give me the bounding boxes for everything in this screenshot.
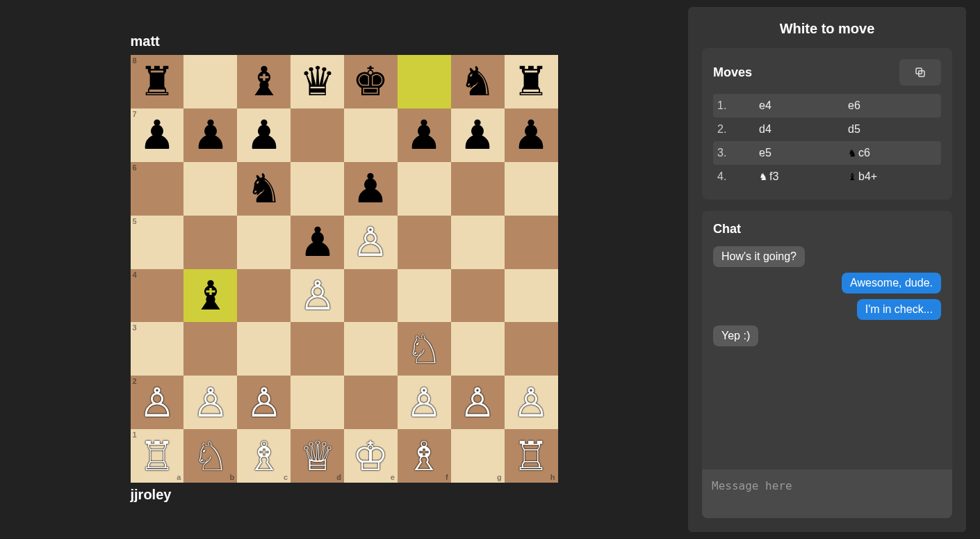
piece-bn: ♞ [246, 168, 282, 209]
square-f3[interactable]: ♘ [398, 322, 451, 376]
square-g5[interactable] [451, 216, 505, 269]
square-g2[interactable]: ♙ [451, 376, 505, 429]
square-f8[interactable] [398, 55, 451, 108]
square-c5[interactable] [237, 216, 291, 269]
square-e5[interactable]: ♙ [344, 216, 398, 269]
square-e2[interactable] [344, 376, 398, 429]
square-c3[interactable] [237, 322, 291, 376]
square-d2[interactable] [291, 376, 344, 429]
square-f4[interactable] [398, 269, 451, 323]
piece-bp: ♟ [406, 115, 442, 155]
square-c7[interactable]: ♟ [237, 108, 291, 162]
piece-icon: ♞ [848, 147, 857, 159]
square-a8[interactable]: 8♜ [131, 55, 184, 108]
square-d5[interactable]: ♟ [291, 216, 344, 269]
square-h8[interactable]: ♜ [505, 55, 558, 108]
square-f2[interactable]: ♙ [398, 376, 451, 429]
piece-bb: ♝ [193, 275, 229, 316]
square-d6[interactable] [291, 162, 344, 216]
square-c8[interactable]: ♝ [237, 55, 291, 108]
square-a6[interactable]: 6 [131, 162, 184, 216]
square-b7[interactable]: ♟ [183, 108, 237, 162]
square-h6[interactable] [505, 162, 558, 216]
square-e8[interactable]: ♚ [344, 55, 398, 108]
square-h4[interactable] [505, 269, 558, 323]
move-row: 2.d4d5 [713, 118, 941, 141]
square-a1[interactable]: 1a♖ [131, 429, 184, 483]
square-d8[interactable]: ♛ [291, 55, 344, 108]
square-e3[interactable] [344, 322, 398, 376]
square-h7[interactable]: ♟ [505, 108, 558, 162]
square-g3[interactable] [451, 322, 505, 376]
square-e7[interactable] [344, 108, 398, 162]
square-f1[interactable]: f♗ [398, 429, 451, 483]
square-a4[interactable]: 4 [131, 269, 184, 323]
square-e6[interactable]: ♟ [344, 162, 398, 216]
square-h1[interactable]: h♖ [505, 429, 558, 483]
square-d3[interactable] [291, 322, 344, 376]
move-black[interactable]: d5 [848, 123, 937, 136]
rank-label: 3 [133, 323, 137, 332]
move-number: 4. [717, 170, 759, 183]
square-a7[interactable]: 7♟ [131, 108, 184, 162]
square-g4[interactable] [451, 269, 505, 323]
chat-message: Yep :) [713, 325, 758, 346]
square-b2[interactable]: ♙ [183, 376, 237, 429]
move-white[interactable]: e4 [759, 99, 848, 112]
square-e1[interactable]: e♔ [344, 429, 398, 483]
square-a3[interactable]: 3 [131, 322, 184, 376]
copy-moves-button[interactable] [899, 59, 941, 86]
piece-icon: ♞ [759, 171, 768, 182]
piece-wq: ♕ [300, 436, 336, 476]
move-white[interactable]: ♞f3 [759, 170, 848, 183]
move-text: c6 [858, 147, 870, 159]
square-c2[interactable]: ♙ [237, 376, 291, 429]
square-f5[interactable] [398, 216, 451, 269]
square-c4[interactable] [237, 269, 291, 323]
square-g6[interactable] [451, 162, 505, 216]
square-e4[interactable] [344, 269, 398, 323]
square-d1[interactable]: d♕ [291, 429, 344, 483]
square-b6[interactable] [183, 162, 237, 216]
rank-label: 1 [133, 431, 137, 439]
square-b3[interactable] [183, 322, 237, 376]
file-label: e [391, 473, 395, 481]
square-g1[interactable]: g [451, 429, 505, 483]
square-c1[interactable]: c♗ [237, 429, 291, 483]
move-black[interactable]: ♞c6 [848, 147, 937, 159]
square-b1[interactable]: b♘ [183, 429, 237, 483]
square-d4[interactable]: ♙ [291, 269, 344, 323]
square-g7[interactable]: ♟ [451, 108, 505, 162]
square-a5[interactable]: 5 [131, 216, 184, 269]
file-label: c [284, 473, 288, 481]
square-f7[interactable]: ♟ [398, 108, 451, 162]
chess-board[interactable]: 8♜♝♛♚♞♜7♟♟♟♟♟♟6♞♟5♟♙4♝♙3♘2♙♙♙♙♙♙1a♖b♘c♗d… [131, 55, 558, 483]
piece-bn: ♞ [459, 61, 496, 102]
square-b4[interactable]: ♝ [183, 269, 237, 323]
move-black[interactable]: e6 [848, 99, 937, 112]
square-f6[interactable] [398, 162, 451, 216]
square-h5[interactable] [505, 216, 558, 269]
square-b8[interactable] [183, 55, 237, 108]
move-white[interactable]: d4 [759, 123, 848, 136]
piece-bp: ♟ [513, 115, 549, 155]
chat-title: Chat [713, 222, 941, 236]
move-white[interactable]: e5 [759, 147, 848, 159]
file-label: d [336, 473, 341, 481]
piece-wp: ♙ [406, 383, 442, 423]
square-b5[interactable] [183, 216, 237, 269]
move-text: b4+ [858, 170, 877, 183]
square-h2[interactable]: ♙ [505, 376, 558, 429]
square-c6[interactable]: ♞ [237, 162, 291, 216]
piece-wb: ♗ [406, 436, 442, 476]
square-a2[interactable]: 2♙ [131, 376, 184, 429]
piece-wn: ♘ [193, 436, 229, 476]
rank-label: 6 [133, 163, 137, 172]
square-d7[interactable] [291, 108, 344, 162]
move-black[interactable]: ♝b4+ [848, 170, 937, 183]
chat-message: Awesome, dude. [842, 273, 941, 293]
chat-input[interactable] [702, 469, 952, 518]
move-row: 4.♞f3♝b4+ [713, 165, 941, 188]
square-g8[interactable]: ♞ [451, 55, 505, 108]
square-h3[interactable] [505, 322, 558, 376]
